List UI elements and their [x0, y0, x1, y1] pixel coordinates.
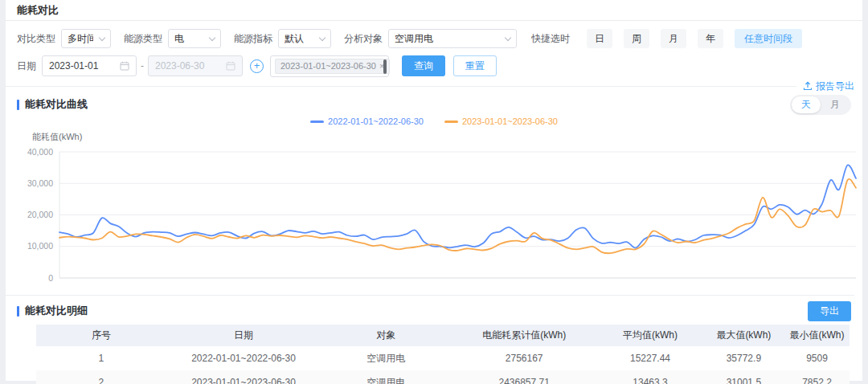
chevron-down-icon: [505, 34, 511, 40]
analysis-object-label: 分析对象: [344, 32, 383, 46]
quick-time-button[interactable]: 日: [587, 29, 612, 48]
legend-label: 2023-01-01~2023-06-30: [462, 116, 558, 126]
reset-button[interactable]: 重置: [453, 55, 497, 76]
table-row: 12022-01-01~2022-06-30空调用电275616715227.4…: [36, 346, 850, 370]
chevron-down-icon: [99, 34, 105, 40]
y-tick-label: 40,000: [27, 147, 53, 157]
header-cell: 对象: [321, 325, 451, 346]
table-section-title: 能耗对比明细: [25, 304, 88, 318]
header-cell: 日期: [166, 325, 321, 346]
energy-indicator-label: 能源指标: [234, 32, 272, 46]
legend-marker: [444, 121, 458, 123]
quick-time-label: 快捷选时: [531, 32, 570, 46]
date-label: 日期: [17, 59, 36, 73]
quick-time-custom-range-button[interactable]: 任意时间段: [735, 29, 802, 48]
table-cell: 2: [36, 370, 166, 384]
date-start-value: 2023-01-01: [49, 60, 120, 71]
legend-item[interactable]: 2023-01-01~2023-06-30: [444, 116, 558, 126]
filter-row-1: 对比类型 多时间 能源类型 电 能源指标 默认 分析对象 空调用电 快捷选时 日…: [17, 27, 851, 50]
date-end-input[interactable]: 2023-06-30: [148, 55, 243, 76]
tag-scrollbar-thumb[interactable]: [383, 59, 387, 74]
quick-time-button[interactable]: 年: [698, 29, 723, 48]
chart-section-head: 能耗对比曲线 天 月: [6, 92, 862, 112]
date-range-tag: 2023-01-01~2023-06-30 ×: [275, 59, 390, 74]
comparison-table: 序号日期对象电能耗累计值(kWh)平均值(kWh)最大值(kWh)最小值(kWh…: [36, 325, 850, 384]
filter-row-2: 日期 2023-01-01 - 2023-06-30: [17, 55, 851, 77]
header-cell: 平均值(kWh): [597, 325, 703, 346]
section-divider: [6, 292, 862, 298]
chart-legend: 2022-01-01~2022-06-302023-01-01~2023-06-…: [6, 114, 862, 129]
query-button[interactable]: 查询: [402, 55, 445, 76]
date-separator: -: [141, 60, 144, 71]
table-cell: 35772.9: [703, 346, 784, 370]
table-cell: 15227.44: [597, 346, 703, 370]
energy-type-select[interactable]: 电: [168, 29, 221, 48]
header-cell: 最大值(kWh): [703, 325, 784, 346]
analysis-object-value: 空调用电: [395, 32, 499, 46]
divider-line: [6, 295, 854, 296]
calendar-icon: [120, 61, 129, 71]
filter-panel: 对比类型 多时间 能源类型 电 能源指标 默认 分析对象 空调用电 快捷选时 日…: [6, 21, 862, 80]
table-cell: 9509: [784, 346, 850, 370]
quick-time-button[interactable]: 周: [624, 29, 649, 48]
energy-type-value: 电: [174, 32, 203, 46]
date-end-value: 2023-06-30: [155, 60, 226, 71]
table-cell: 空调用电: [321, 346, 451, 370]
table-cell: 空调用电: [321, 370, 451, 384]
report-export-label: 报告导出: [816, 80, 854, 93]
add-date-range-button[interactable]: +: [250, 59, 264, 73]
energy-indicator-value: 默认: [285, 32, 313, 46]
series-line-0: [59, 165, 856, 247]
date-start-input[interactable]: 2023-01-01: [42, 55, 137, 76]
legend-item[interactable]: 2022-01-01~2022-06-30: [310, 116, 424, 126]
chart-section-title-wrap: 能耗对比曲线: [17, 97, 88, 112]
date-range-tag-text: 2023-01-01~2023-06-30: [280, 61, 376, 71]
table-row: 22023-01-01~2023-06-30空调用电2436857.711346…: [36, 370, 850, 384]
compare-type-label: 对比类型: [17, 32, 55, 46]
granularity-month-button[interactable]: 月: [821, 96, 850, 113]
page-title: 能耗对比: [6, 0, 862, 21]
calendar-icon: [226, 61, 235, 71]
y-tick-label: 20,000: [27, 210, 53, 219]
chart-area: 010,00020,00030,00040,000: [14, 142, 862, 292]
series-line-1: [59, 179, 856, 253]
legend-marker: [310, 121, 324, 123]
legend-label: 2022-01-01~2022-06-30: [328, 116, 424, 126]
table-cell: 2756167: [451, 346, 597, 370]
compare-type-value: 多时间: [68, 32, 93, 46]
quick-time-button[interactable]: 月: [661, 29, 686, 48]
energy-type-label: 能源类型: [124, 32, 162, 46]
section-marker: [17, 100, 19, 110]
header-cell: 最小值(kWh): [784, 325, 850, 346]
table-section-head: 能耗对比明细 导出: [6, 298, 862, 319]
app-frame: 能耗对比 对比类型 多时间 能源类型 电 能源指标 默认 分析对象 空调用电: [6, 0, 862, 381]
y-axis-title: 能耗值(kWh): [32, 131, 862, 142]
y-tick-label: 10,000: [27, 241, 53, 251]
granularity-day-button[interactable]: 天: [792, 96, 821, 113]
export-button[interactable]: 导出: [808, 301, 851, 321]
quick-time-group: 日周月年: [575, 29, 723, 48]
date-range-tag-box: 2023-01-01~2023-06-30 ×: [270, 55, 389, 77]
table-cell: 7852.2: [784, 370, 850, 384]
divider-line: [6, 86, 796, 87]
section-marker: [17, 306, 19, 317]
energy-indicator-select[interactable]: 默认: [278, 29, 331, 48]
table-cell: 2436857.71: [451, 370, 597, 384]
table-cell: 31001.5: [703, 370, 784, 384]
upload-icon: [803, 81, 813, 91]
header-cell: 序号: [36, 325, 166, 346]
compare-type-select[interactable]: 多时间: [61, 29, 111, 48]
report-export-link[interactable]: 报告导出: [803, 80, 854, 93]
chevron-down-icon: [209, 34, 215, 40]
y-tick-label: 0: [48, 273, 53, 283]
y-tick-label: 30,000: [27, 178, 53, 188]
granularity-toggle: 天 月: [790, 95, 851, 115]
table-cell: 2022-01-01~2022-06-30: [166, 346, 321, 370]
chart-section-title: 能耗对比曲线: [25, 97, 88, 112]
header-cell: 电能耗累计值(kWh): [451, 325, 597, 346]
table-cell: 2023-01-01~2023-06-30: [166, 370, 321, 384]
analysis-object-select[interactable]: 空调用电: [388, 29, 517, 48]
table-cell: 13463.3: [597, 370, 703, 384]
section-divider: 报告导出: [6, 80, 862, 92]
table-header-row: 序号日期对象电能耗累计值(kWh)平均值(kWh)最大值(kWh)最小值(kWh…: [36, 325, 850, 346]
